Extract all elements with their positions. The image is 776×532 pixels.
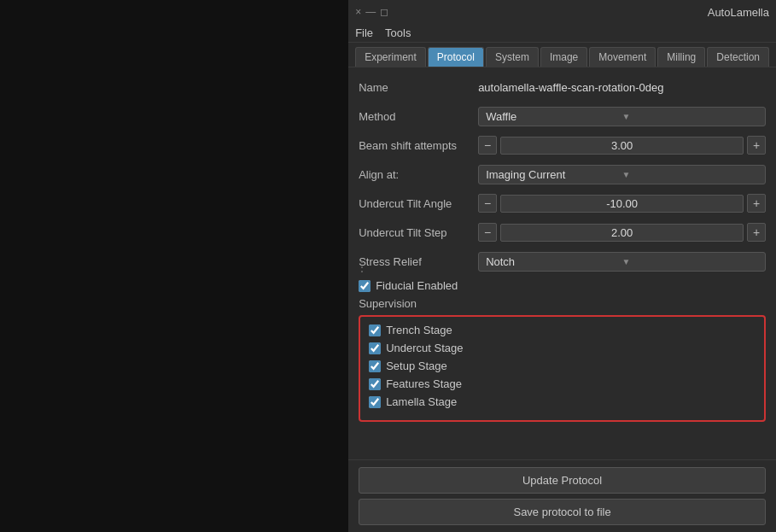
title-bar: × — ◻ AutoLamella: [348, 0, 776, 24]
beam-shift-decrement[interactable]: −: [478, 136, 497, 155]
align-at-label: Align at:: [359, 168, 478, 181]
beam-shift-row: Beam shift attempts − 3.00 +: [359, 134, 766, 156]
stage-setup-label: Setup Stage: [386, 360, 447, 372]
supervision-box: Trench Stage Undercut Stage Setup Stage …: [359, 315, 766, 422]
tab-milling[interactable]: Milling: [657, 47, 705, 67]
tab-detection[interactable]: Detection: [707, 47, 769, 67]
stage-features-label: Features Stage: [386, 377, 462, 390]
stage-features: Features Stage: [369, 377, 756, 390]
align-at-dropdown[interactable]: Imaging Current ▼: [478, 165, 766, 184]
fiducial-enabled-checkbox[interactable]: [359, 280, 370, 292]
tab-system[interactable]: System: [486, 47, 539, 67]
stage-undercut-label: Undercut Stage: [386, 342, 463, 354]
stage-setup: Setup Stage: [369, 360, 756, 372]
undercut-tilt-step-spinbox: − 2.00 +: [478, 223, 766, 242]
app-title: AutoLamella: [708, 6, 769, 19]
undercut-tilt-step-row: Undercut Tilt Step − 2.00 +: [359, 221, 766, 243]
stage-trench-label: Trench Stage: [386, 324, 452, 336]
stage-lamella-checkbox[interactable]: [369, 396, 381, 408]
beam-shift-increment[interactable]: +: [747, 136, 766, 155]
tab-image[interactable]: Image: [540, 47, 587, 67]
stress-relief-dropdown-value: Notch: [486, 255, 621, 268]
undercut-tilt-step-decrement[interactable]: −: [478, 223, 497, 242]
stage-undercut-checkbox[interactable]: [369, 342, 381, 354]
align-at-dropdown-arrow: ▼: [622, 170, 758, 179]
undercut-tilt-angle-row: Undercut Tilt Angle − -10.00 +: [359, 192, 766, 214]
tab-bar: Experiment Protocol System Image Movemen…: [348, 43, 776, 67]
menu-tools[interactable]: Tools: [385, 26, 411, 39]
menu-bar: File Tools: [348, 24, 776, 43]
stage-undercut: Undercut Stage: [369, 342, 756, 354]
menu-file[interactable]: File: [355, 26, 373, 39]
undercut-tilt-angle-label: Undercut Tilt Angle: [359, 197, 478, 210]
undercut-tilt-step-value[interactable]: 2.00: [500, 224, 744, 242]
fiducial-enabled-row: Fiducial Enabled: [359, 279, 766, 292]
stress-relief-dropdown-arrow: ▼: [622, 257, 758, 266]
left-panel: [0, 0, 348, 532]
stage-trench: Trench Stage: [369, 324, 756, 336]
undercut-tilt-angle-decrement[interactable]: −: [478, 194, 497, 213]
name-label: Name: [359, 81, 478, 94]
method-dropdown[interactable]: Waffle ▼: [478, 107, 766, 126]
method-row: Method Waffle ▼: [359, 105, 766, 127]
close-icon[interactable]: ×: [355, 6, 361, 18]
stress-relief-label: Stress Relief: [359, 255, 478, 268]
undercut-tilt-step-label: Undercut Tilt Step: [359, 226, 478, 239]
stage-features-checkbox[interactable]: [369, 378, 381, 390]
undercut-tilt-step-increment[interactable]: +: [747, 223, 766, 242]
stage-trench-checkbox[interactable]: [369, 324, 381, 336]
method-dropdown-arrow: ▼: [622, 112, 758, 121]
stress-relief-row: Stress Relief Notch ▼: [359, 250, 766, 272]
beam-shift-spinbox: − 3.00 +: [478, 136, 766, 155]
right-panel: × — ◻ AutoLamella File Tools Experiment …: [348, 0, 776, 532]
protocol-content: Name autolamella-waffle-scan-rotation-0d…: [348, 67, 776, 459]
undercut-tilt-angle-spinbox: − -10.00 +: [478, 194, 766, 213]
stress-relief-dropdown[interactable]: Notch ▼: [478, 252, 766, 272]
align-at-dropdown-value: Imaging Current: [486, 168, 621, 181]
title-bar-icons: × — ◻: [355, 6, 388, 18]
update-protocol-button[interactable]: Update Protocol: [359, 467, 766, 494]
tab-experiment[interactable]: Experiment: [355, 47, 426, 67]
stage-setup-checkbox[interactable]: [369, 360, 381, 372]
fiducial-enabled-label: Fiducial Enabled: [376, 279, 458, 292]
stage-lamella-label: Lamella Stage: [386, 395, 457, 408]
align-at-row: Align at: Imaging Current ▼: [359, 163, 766, 185]
beam-shift-label: Beam shift attempts: [359, 139, 478, 152]
name-row: Name autolamella-waffle-scan-rotation-0d…: [359, 76, 766, 98]
maximize-icon[interactable]: ◻: [380, 6, 388, 18]
save-protocol-button[interactable]: Save protocol to file: [359, 499, 766, 525]
tab-movement[interactable]: Movement: [589, 47, 656, 67]
undercut-tilt-angle-increment[interactable]: +: [747, 194, 766, 213]
method-label: Method: [359, 110, 478, 123]
minimize-icon[interactable]: —: [365, 6, 376, 18]
method-dropdown-value: Waffle: [486, 110, 621, 123]
button-bar: Update Protocol Save protocol to file: [348, 459, 776, 532]
name-value: autolamella-waffle-scan-rotation-0deg: [478, 81, 766, 94]
tab-protocol[interactable]: Protocol: [428, 47, 484, 67]
beam-shift-value[interactable]: 3.00: [500, 137, 744, 155]
panel-resize-handle[interactable]: ⋮: [355, 258, 369, 274]
stage-lamella: Lamella Stage: [369, 395, 756, 408]
supervision-label: Supervision: [359, 297, 766, 310]
undercut-tilt-angle-value[interactable]: -10.00: [500, 195, 744, 213]
